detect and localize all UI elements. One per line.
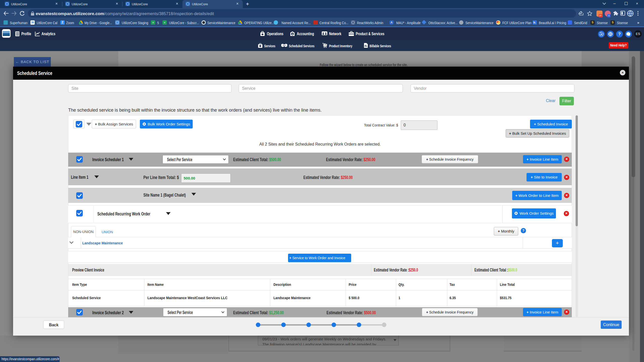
svg-text:$: $ (292, 33, 293, 35)
